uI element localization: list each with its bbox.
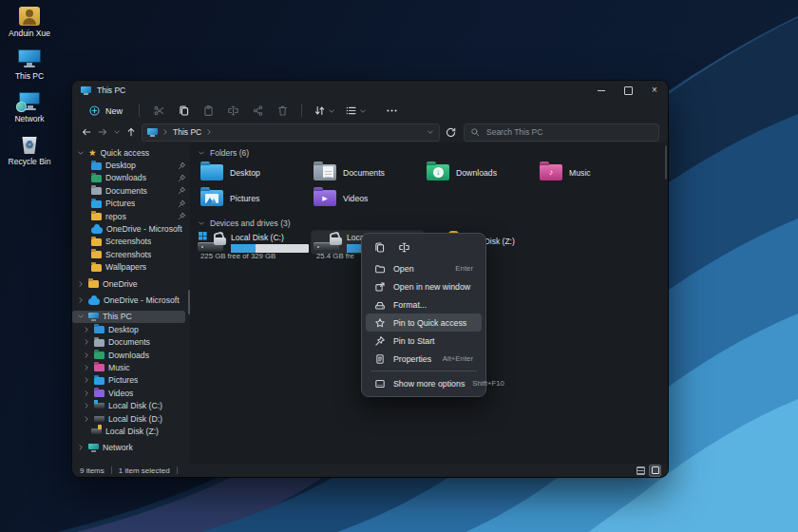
copy-button[interactable]	[172, 103, 195, 119]
see-more-button[interactable]	[380, 103, 403, 119]
chevron-down-icon	[359, 107, 367, 115]
sidebar-item-documents[interactable]: Documents	[72, 184, 190, 197]
sidebar-item-pc-documents[interactable]: Documents	[72, 335, 190, 348]
drive-tile-c[interactable]: Local Disk (C:) 225 GB free of 329 GB	[196, 231, 312, 260]
chevron-down-icon[interactable]	[77, 149, 85, 157]
address-dropdown-button[interactable]	[427, 128, 434, 136]
chevron-right-icon[interactable]	[77, 296, 85, 304]
chevron-right-icon[interactable]	[83, 352, 90, 359]
desktop-icon-this-pc[interactable]: This PC	[2, 44, 57, 81]
menu-item-pin-to-quick-access[interactable]: Pin to Quick access	[366, 314, 482, 332]
folder-tile-desktop[interactable]: Desktop	[196, 160, 309, 185]
sidebar-item-local-disk-z[interactable]: Local Disk (Z:)	[72, 425, 190, 437]
folder-tile-downloads[interactable]: ↓Downloads	[422, 160, 535, 185]
rename-button[interactable]	[393, 239, 414, 256]
chevron-right-icon[interactable]	[83, 415, 90, 423]
chevron-right-icon[interactable]	[83, 376, 90, 384]
sidebar-item-onedrive-microsoft-root[interactable]: OneDrive - Microsoft	[72, 294, 190, 306]
desktop-icon-network[interactable]: Network	[2, 86, 57, 124]
sidebar-item-repos[interactable]: repos	[72, 210, 190, 222]
chevron-right-icon[interactable]	[83, 402, 90, 409]
folder-tile-pictures[interactable]: Pictures	[196, 185, 309, 211]
folder-icon	[91, 213, 102, 220]
folder-icon	[91, 238, 102, 246]
search-box[interactable]	[464, 124, 659, 142]
folder-tile-videos[interactable]: ▶Videos	[309, 185, 422, 211]
menu-item-format[interactable]: Format...	[366, 295, 482, 314]
copy-button[interactable]	[369, 239, 390, 256]
large-icons-view-button[interactable]	[650, 466, 660, 476]
sidebar-item-pc-desktop[interactable]: Desktop	[72, 323, 190, 335]
paste-button[interactable]	[197, 103, 219, 119]
chevron-down-icon[interactable]	[77, 313, 85, 320]
chevron-right-icon[interactable]	[83, 390, 90, 397]
menu-item-properties[interactable]: Properties Alt+Enter	[366, 350, 482, 368]
search-input[interactable]	[484, 126, 653, 138]
minimize-button[interactable]	[588, 81, 615, 100]
free-space-label: 225 GB free of 329 GB	[200, 252, 276, 260]
sidebar-item-screenshots[interactable]: Screenshots	[72, 236, 190, 248]
paste-icon	[202, 104, 215, 117]
desktop-icon-user-folder[interactable]: Anduin Xue	[2, 1, 57, 38]
chevron-right-icon[interactable]	[77, 444, 85, 451]
sidebar-item-this-pc[interactable]: This PC	[72, 311, 185, 323]
sidebar-item-local-disk-d[interactable]: Local Disk (D:)	[72, 412, 190, 425]
desktop-icon-label: Anduin Xue	[2, 28, 57, 38]
forward-button[interactable]	[97, 126, 108, 138]
desktop: Anduin Xue This PC Network ♻ Recycle Bin…	[0, 0, 798, 532]
menu-item-show-more-options[interactable]: Show more options Shift+F10	[366, 374, 482, 392]
folder-icon	[374, 263, 386, 275]
content-scrollbar[interactable]	[665, 145, 668, 180]
chevron-right-icon[interactable]	[83, 338, 90, 346]
divider	[177, 466, 178, 474]
chevron-right-icon[interactable]	[83, 326, 90, 333]
cut-button[interactable]	[147, 103, 170, 119]
folder-icon	[91, 264, 102, 272]
folder-icon	[94, 377, 104, 385]
chevron-right-icon[interactable]	[83, 364, 90, 371]
close-button[interactable]: ×	[641, 81, 668, 100]
new-button[interactable]: New	[82, 103, 131, 119]
sidebar-item-pc-videos[interactable]: Videos	[72, 387, 190, 399]
folder-tile-documents[interactable]: Documents	[309, 160, 422, 185]
sidebar-item-pc-music[interactable]: Music	[72, 361, 190, 373]
sidebar-item-quick-access[interactable]: ★ Quick access	[72, 146, 190, 159]
sidebar-item-screenshots-2[interactable]: Screenshots	[72, 248, 190, 260]
sidebar-item-onedrive-microsoft[interactable]: OneDrive - Microsoft	[72, 222, 190, 235]
menu-item-open-new-window[interactable]: Open in new window	[366, 277, 482, 295]
delete-button[interactable]	[271, 103, 294, 119]
menu-item-pin-to-start[interactable]: Pin to Start	[366, 332, 482, 350]
chevron-down-icon[interactable]	[198, 149, 205, 157]
chevron-right-icon[interactable]	[77, 280, 85, 288]
share-button[interactable]	[246, 103, 269, 119]
sidebar-item-pictures[interactable]: Pictures	[72, 198, 190, 210]
cloud-icon	[88, 298, 100, 305]
sidebar-item-network[interactable]: Network	[72, 442, 190, 454]
maximize-button[interactable]	[615, 81, 641, 100]
menu-item-open[interactable]: Open Enter	[366, 259, 482, 277]
details-view-button[interactable]	[636, 466, 646, 476]
folder-tile-music[interactable]: ♪Music	[535, 160, 648, 185]
rename-button[interactable]	[221, 103, 244, 119]
recent-locations-button[interactable]	[113, 128, 121, 136]
drives-section-header[interactable]: Devices and drives (3)	[198, 217, 668, 229]
sidebar-item-desktop[interactable]: Desktop	[72, 159, 190, 171]
breadcrumb[interactable]: This PC	[142, 124, 440, 142]
chevron-right-icon	[205, 128, 213, 136]
desktop-icon-recycle-bin[interactable]: ♻ Recycle Bin	[2, 129, 57, 166]
folders-section-header[interactable]: Folders (6)	[198, 146, 668, 159]
sidebar-item-wallpapers[interactable]: Wallpapers	[72, 261, 190, 274]
view-button[interactable]	[341, 103, 370, 119]
sidebar-item-pc-pictures[interactable]: Pictures	[72, 374, 190, 387]
sidebar-item-pc-downloads[interactable]: Downloads	[72, 349, 190, 361]
sidebar-item-downloads[interactable]: Downloads	[72, 172, 190, 184]
sort-button[interactable]	[310, 103, 339, 119]
back-button[interactable]	[81, 126, 92, 138]
breadcrumb-root[interactable]: This PC	[173, 127, 201, 137]
sidebar-item-local-disk-c[interactable]: Local Disk (C:)	[72, 399, 190, 411]
sidebar-item-onedrive[interactable]: OneDrive	[72, 277, 190, 290]
chevron-down-icon[interactable]	[198, 219, 205, 227]
title-bar[interactable]: This PC ×	[72, 81, 668, 100]
up-button[interactable]	[125, 126, 137, 138]
refresh-button[interactable]	[445, 126, 457, 139]
